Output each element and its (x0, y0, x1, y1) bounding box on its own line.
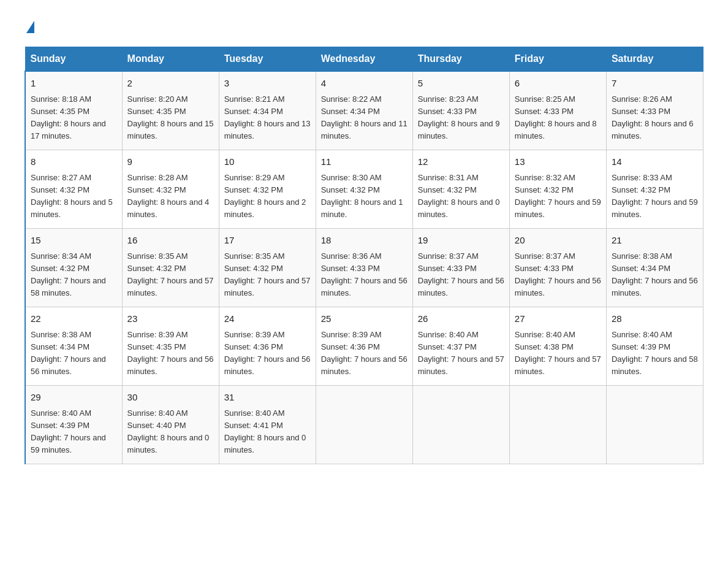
day-info: Sunrise: 8:40 AMSunset: 4:40 PMDaylight:… (127, 407, 214, 457)
day-number: 21 (612, 234, 698, 248)
day-info: Sunrise: 8:40 AMSunset: 4:39 PMDaylight:… (612, 329, 698, 378)
day-cell: 21Sunrise: 8:38 AMSunset: 4:34 PMDayligh… (606, 229, 703, 307)
day-info: Sunrise: 8:27 AMSunset: 4:32 PMDaylight:… (31, 172, 117, 221)
day-info: Sunrise: 8:39 AMSunset: 4:36 PMDaylight:… (224, 329, 311, 378)
day-number: 4 (321, 77, 408, 91)
week-row-2: 8Sunrise: 8:27 AMSunset: 4:32 PMDaylight… (25, 150, 703, 229)
day-info: Sunrise: 8:34 AMSunset: 4:32 PMDaylight:… (31, 250, 117, 300)
day-info: Sunrise: 8:23 AMSunset: 4:33 PMDaylight:… (418, 93, 504, 143)
day-number: 17 (224, 234, 311, 248)
day-cell: 6Sunrise: 8:25 AMSunset: 4:33 PMDaylight… (509, 71, 606, 150)
day-info: Sunrise: 8:35 AMSunset: 4:32 PMDaylight:… (224, 250, 311, 300)
day-number: 19 (418, 234, 504, 248)
day-info: Sunrise: 8:21 AMSunset: 4:34 PMDaylight:… (224, 93, 311, 143)
day-number: 10 (224, 155, 311, 169)
col-header-wednesday: Wednesday (316, 47, 412, 72)
day-number: 29 (31, 391, 117, 405)
week-row-1: 1Sunrise: 8:18 AMSunset: 4:35 PMDaylight… (25, 71, 703, 150)
day-number: 20 (515, 234, 601, 248)
day-info: Sunrise: 8:37 AMSunset: 4:33 PMDaylight:… (515, 250, 601, 300)
day-number: 18 (321, 234, 408, 248)
day-cell (412, 386, 509, 464)
day-number: 25 (321, 312, 408, 326)
day-info: Sunrise: 8:36 AMSunset: 4:33 PMDaylight:… (321, 250, 408, 300)
week-row-4: 22Sunrise: 8:38 AMSunset: 4:34 PMDayligh… (25, 307, 703, 386)
day-info: Sunrise: 8:28 AMSunset: 4:32 PMDaylight:… (127, 172, 214, 221)
day-info: Sunrise: 8:32 AMSunset: 4:32 PMDaylight:… (515, 172, 601, 221)
day-number: 2 (127, 77, 214, 91)
col-header-tuesday: Tuesday (219, 47, 316, 72)
day-number: 27 (515, 312, 601, 326)
day-info: Sunrise: 8:40 AMSunset: 4:41 PMDaylight:… (224, 407, 311, 457)
day-info: Sunrise: 8:33 AMSunset: 4:32 PMDaylight:… (612, 172, 698, 221)
day-cell: 18Sunrise: 8:36 AMSunset: 4:33 PMDayligh… (316, 229, 412, 307)
day-info: Sunrise: 8:26 AMSunset: 4:33 PMDaylight:… (612, 93, 698, 143)
col-header-friday: Friday (509, 47, 606, 72)
day-number: 7 (612, 77, 698, 91)
col-header-monday: Monday (122, 47, 219, 72)
col-header-saturday: Saturday (606, 47, 703, 72)
day-cell: 20Sunrise: 8:37 AMSunset: 4:33 PMDayligh… (509, 229, 606, 307)
day-cell: 4Sunrise: 8:22 AMSunset: 4:34 PMDaylight… (316, 71, 412, 150)
day-info: Sunrise: 8:40 AMSunset: 4:39 PMDaylight:… (31, 407, 117, 457)
day-cell: 19Sunrise: 8:37 AMSunset: 4:33 PMDayligh… (412, 229, 509, 307)
day-number: 12 (418, 155, 504, 169)
day-number: 13 (515, 155, 601, 169)
day-info: Sunrise: 8:31 AMSunset: 4:32 PMDaylight:… (418, 172, 504, 221)
day-number: 28 (612, 312, 698, 326)
day-number: 23 (127, 312, 214, 326)
day-cell: 7Sunrise: 8:26 AMSunset: 4:33 PMDaylight… (606, 71, 703, 150)
day-cell: 5Sunrise: 8:23 AMSunset: 4:33 PMDaylight… (412, 71, 509, 150)
day-cell: 12Sunrise: 8:31 AMSunset: 4:32 PMDayligh… (412, 150, 509, 229)
day-number: 3 (224, 77, 311, 91)
day-cell: 25Sunrise: 8:39 AMSunset: 4:36 PMDayligh… (316, 307, 412, 386)
day-number: 1 (31, 77, 117, 91)
day-number: 31 (224, 391, 311, 405)
day-cell: 27Sunrise: 8:40 AMSunset: 4:38 PMDayligh… (509, 307, 606, 386)
day-number: 22 (31, 312, 117, 326)
day-number: 5 (418, 77, 504, 91)
day-cell: 26Sunrise: 8:40 AMSunset: 4:37 PMDayligh… (412, 307, 509, 386)
day-number: 9 (127, 155, 214, 169)
day-number: 16 (127, 234, 214, 248)
day-cell: 14Sunrise: 8:33 AMSunset: 4:32 PMDayligh… (606, 150, 703, 229)
header-row: SundayMondayTuesdayWednesdayThursdayFrid… (25, 47, 703, 72)
day-cell: 1Sunrise: 8:18 AMSunset: 4:35 PMDaylight… (25, 71, 122, 150)
day-cell: 22Sunrise: 8:38 AMSunset: 4:34 PMDayligh… (25, 307, 122, 386)
day-number: 6 (515, 77, 601, 91)
logo (25, 18, 34, 34)
day-number: 15 (31, 234, 117, 248)
day-info: Sunrise: 8:25 AMSunset: 4:33 PMDaylight:… (515, 93, 601, 143)
day-cell (316, 386, 412, 464)
week-row-3: 15Sunrise: 8:34 AMSunset: 4:32 PMDayligh… (25, 229, 703, 307)
day-info: Sunrise: 8:40 AMSunset: 4:37 PMDaylight:… (418, 329, 504, 378)
day-cell: 3Sunrise: 8:21 AMSunset: 4:34 PMDaylight… (219, 71, 316, 150)
day-info: Sunrise: 8:39 AMSunset: 4:36 PMDaylight:… (321, 329, 408, 378)
day-cell (509, 386, 606, 464)
day-number: 24 (224, 312, 311, 326)
day-number: 30 (127, 391, 214, 405)
day-info: Sunrise: 8:38 AMSunset: 4:34 PMDaylight:… (612, 250, 698, 300)
day-cell: 8Sunrise: 8:27 AMSunset: 4:32 PMDaylight… (25, 150, 122, 229)
day-info: Sunrise: 8:22 AMSunset: 4:34 PMDaylight:… (321, 93, 408, 143)
day-number: 11 (321, 155, 408, 169)
day-info: Sunrise: 8:40 AMSunset: 4:38 PMDaylight:… (515, 329, 601, 378)
page-header (25, 18, 703, 34)
day-cell: 28Sunrise: 8:40 AMSunset: 4:39 PMDayligh… (606, 307, 703, 386)
col-header-thursday: Thursday (412, 47, 509, 72)
day-cell: 10Sunrise: 8:29 AMSunset: 4:32 PMDayligh… (219, 150, 316, 229)
day-info: Sunrise: 8:20 AMSunset: 4:35 PMDaylight:… (127, 93, 214, 143)
day-cell: 15Sunrise: 8:34 AMSunset: 4:32 PMDayligh… (25, 229, 122, 307)
day-cell: 11Sunrise: 8:30 AMSunset: 4:32 PMDayligh… (316, 150, 412, 229)
day-info: Sunrise: 8:35 AMSunset: 4:32 PMDaylight:… (127, 250, 214, 300)
day-cell (606, 386, 703, 464)
day-info: Sunrise: 8:39 AMSunset: 4:35 PMDaylight:… (127, 329, 214, 378)
day-cell: 23Sunrise: 8:39 AMSunset: 4:35 PMDayligh… (122, 307, 219, 386)
day-cell: 31Sunrise: 8:40 AMSunset: 4:41 PMDayligh… (219, 386, 316, 464)
day-cell: 2Sunrise: 8:20 AMSunset: 4:35 PMDaylight… (122, 71, 219, 150)
day-info: Sunrise: 8:38 AMSunset: 4:34 PMDaylight:… (31, 329, 117, 378)
day-info: Sunrise: 8:29 AMSunset: 4:32 PMDaylight:… (224, 172, 311, 221)
day-cell: 17Sunrise: 8:35 AMSunset: 4:32 PMDayligh… (219, 229, 316, 307)
day-info: Sunrise: 8:18 AMSunset: 4:35 PMDaylight:… (31, 93, 117, 143)
week-row-5: 29Sunrise: 8:40 AMSunset: 4:39 PMDayligh… (25, 386, 703, 464)
